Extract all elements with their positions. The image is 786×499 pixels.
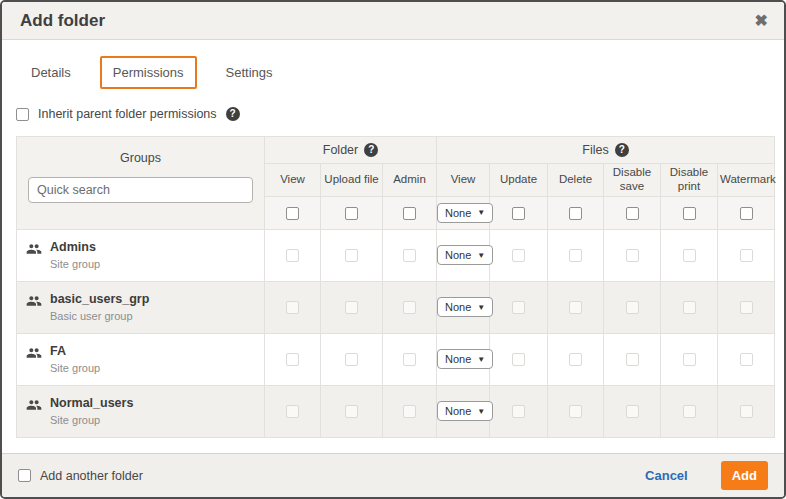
files-view-select[interactable]: None ▼ — [437, 401, 493, 421]
add-button[interactable]: Add — [721, 461, 768, 490]
folder-admin-checkbox[interactable] — [403, 405, 416, 418]
folder-upload-checkbox[interactable] — [345, 249, 358, 262]
files-update-checkbox[interactable] — [512, 405, 525, 418]
folder-admin-checkbox[interactable] — [403, 249, 416, 262]
folder-upload-checkbox[interactable] — [345, 353, 358, 366]
group-cell: basic_users_grp Basic user group — [17, 292, 264, 322]
col-files-watermark: Watermark — [718, 164, 775, 197]
tab-permissions[interactable]: Permissions — [100, 56, 197, 89]
group-name: Admins — [50, 240, 100, 254]
group-type: Site group — [50, 362, 100, 374]
files-help-icon[interactable]: ? — [615, 143, 629, 157]
folder-upload-checkbox[interactable] — [345, 301, 358, 314]
files-disable-print-checkbox[interactable] — [683, 249, 696, 262]
files-view-select-value: None — [445, 301, 471, 313]
dialog-body: Details Permissions Settings Inherit par… — [2, 40, 784, 453]
files-delete-checkbox[interactable] — [569, 301, 582, 314]
add-another-folder-label: Add another folder — [40, 469, 143, 483]
dialog-title: Add folder — [20, 11, 105, 31]
files-section-label: Files — [582, 143, 608, 157]
chevron-down-icon: ▼ — [477, 208, 485, 217]
files-section-header: Files ? — [437, 137, 775, 164]
files-watermark-checkbox[interactable] — [740, 301, 753, 314]
cancel-button[interactable]: Cancel — [645, 468, 688, 483]
chevron-down-icon: ▼ — [477, 407, 485, 416]
table-row: FA Site group None ▼ — [17, 333, 775, 385]
files-view-select[interactable]: None ▼ — [437, 297, 493, 317]
group-type: Site group — [50, 258, 100, 270]
group-icon — [26, 241, 42, 257]
files-disable-save-checkbox[interactable] — [626, 249, 639, 262]
col-folder-view: View — [265, 164, 321, 197]
selectall-folder-view-checkbox[interactable] — [286, 207, 299, 220]
folder-upload-checkbox[interactable] — [345, 405, 358, 418]
table-row: Admins Site group None ▼ — [17, 229, 775, 281]
selectall-files-disable-save-checkbox[interactable] — [626, 207, 639, 220]
files-disable-save-checkbox[interactable] — [626, 301, 639, 314]
chevron-down-icon: ▼ — [477, 303, 485, 312]
add-another-folder-checkbox[interactable] — [18, 469, 31, 482]
close-icon[interactable]: ✖ — [755, 13, 768, 29]
files-delete-checkbox[interactable] — [569, 249, 582, 262]
files-disable-save-checkbox[interactable] — [626, 353, 639, 366]
col-files-view: View — [437, 164, 490, 197]
chevron-down-icon: ▼ — [477, 251, 485, 260]
files-view-select[interactable]: None ▼ — [437, 245, 493, 265]
permissions-table: Groups Folder ? Files ? — [16, 136, 775, 438]
group-name: FA — [50, 344, 100, 358]
folder-view-checkbox[interactable] — [286, 353, 299, 366]
group-cell: FA Site group — [17, 344, 264, 374]
tab-details[interactable]: Details — [18, 56, 84, 89]
selectall-folder-admin-checkbox[interactable] — [403, 207, 416, 220]
files-watermark-checkbox[interactable] — [740, 405, 753, 418]
files-update-checkbox[interactable] — [512, 301, 525, 314]
files-delete-checkbox[interactable] — [569, 353, 582, 366]
chevron-down-icon: ▼ — [477, 355, 485, 364]
group-icon — [26, 345, 42, 361]
files-update-checkbox[interactable] — [512, 249, 525, 262]
col-files-disable-save: Disable save — [604, 164, 661, 197]
group-cell: Normal_users Site group — [17, 396, 264, 426]
selectall-files-view-select[interactable]: None ▼ — [437, 203, 493, 223]
files-disable-print-checkbox[interactable] — [683, 405, 696, 418]
tab-settings[interactable]: Settings — [213, 56, 286, 89]
section-header-row: Groups Folder ? Files ? — [17, 137, 775, 164]
files-view-select-value: None — [445, 353, 471, 365]
selectall-files-delete-checkbox[interactable] — [569, 207, 582, 220]
groups-header-label: Groups — [28, 151, 253, 165]
group-name: Normal_users — [50, 396, 133, 410]
table-row: Normal_users Site group None ▼ — [17, 385, 775, 437]
inherit-help-icon[interactable]: ? — [226, 107, 240, 121]
files-watermark-checkbox[interactable] — [740, 249, 753, 262]
col-files-delete: Delete — [548, 164, 604, 197]
files-disable-print-checkbox[interactable] — [683, 353, 696, 366]
inherit-permissions-checkbox[interactable] — [16, 108, 29, 121]
folder-admin-checkbox[interactable] — [403, 353, 416, 366]
col-folder-admin: Admin — [383, 164, 437, 197]
files-delete-checkbox[interactable] — [569, 405, 582, 418]
dialog-titlebar: Add folder ✖ — [2, 2, 784, 40]
selectall-files-update-checkbox[interactable] — [512, 207, 525, 220]
group-type: Site group — [50, 414, 133, 426]
folder-view-checkbox[interactable] — [286, 249, 299, 262]
tab-permissions-label: Permissions — [113, 65, 184, 80]
folder-help-icon[interactable]: ? — [364, 143, 378, 157]
tab-bar: Details Permissions Settings — [16, 56, 770, 89]
quick-search-input[interactable] — [28, 177, 253, 203]
selectall-files-watermark-checkbox[interactable] — [740, 207, 753, 220]
folder-view-checkbox[interactable] — [286, 405, 299, 418]
tab-settings-label: Settings — [226, 65, 273, 80]
folder-view-checkbox[interactable] — [286, 301, 299, 314]
selectall-folder-upload-checkbox[interactable] — [345, 207, 358, 220]
dialog-footer: Add another folder Cancel Add — [2, 453, 784, 497]
add-folder-dialog: Add folder ✖ Details Permissions Setting… — [0, 0, 786, 499]
files-disable-print-checkbox[interactable] — [683, 301, 696, 314]
files-disable-save-checkbox[interactable] — [626, 405, 639, 418]
folder-admin-checkbox[interactable] — [403, 301, 416, 314]
files-view-select-value: None — [445, 249, 471, 261]
group-name: basic_users_grp — [50, 292, 149, 306]
files-update-checkbox[interactable] — [512, 353, 525, 366]
selectall-files-disable-print-checkbox[interactable] — [683, 207, 696, 220]
files-watermark-checkbox[interactable] — [740, 353, 753, 366]
files-view-select[interactable]: None ▼ — [437, 349, 493, 369]
